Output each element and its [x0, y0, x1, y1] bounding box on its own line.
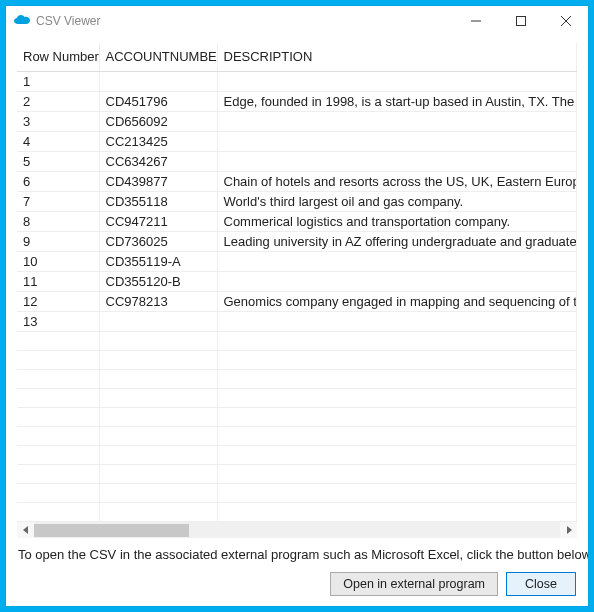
- cell-empty[interactable]: [17, 407, 99, 426]
- cell-rownum[interactable]: 10: [17, 251, 99, 271]
- cell-acct[interactable]: CC947211: [99, 211, 217, 231]
- minimize-button[interactable]: [453, 6, 498, 36]
- cell-empty[interactable]: [217, 407, 577, 426]
- cell-rownum[interactable]: 1: [17, 71, 99, 91]
- scroll-right-arrow[interactable]: [560, 522, 577, 539]
- cell-empty[interactable]: [17, 331, 99, 350]
- cell-empty[interactable]: [99, 388, 217, 407]
- cell-empty[interactable]: [99, 445, 217, 464]
- cell-acct[interactable]: CD355119-A: [99, 251, 217, 271]
- cell-acct[interactable]: [99, 71, 217, 91]
- cell-rownum[interactable]: 11: [17, 271, 99, 291]
- table-row[interactable]: 6CD439877Chain of hotels and resorts acr…: [17, 171, 577, 191]
- cell-empty[interactable]: [17, 502, 99, 521]
- cell-rownum[interactable]: 4: [17, 131, 99, 151]
- cell-empty[interactable]: [99, 464, 217, 483]
- table-row-empty[interactable]: [17, 483, 577, 502]
- cell-desc[interactable]: Commerical logistics and transportation …: [217, 211, 577, 231]
- cell-rownum[interactable]: 12: [17, 291, 99, 311]
- cell-desc[interactable]: [217, 111, 577, 131]
- cell-desc[interactable]: [217, 271, 577, 291]
- cell-rownum[interactable]: 13: [17, 311, 99, 331]
- cell-rownum[interactable]: 3: [17, 111, 99, 131]
- cell-empty[interactable]: [217, 464, 577, 483]
- cell-acct[interactable]: CD736025: [99, 231, 217, 251]
- cell-rownum[interactable]: 8: [17, 211, 99, 231]
- cell-empty[interactable]: [217, 331, 577, 350]
- open-external-button[interactable]: Open in external program: [330, 572, 498, 596]
- cell-rownum[interactable]: 7: [17, 191, 99, 211]
- cell-empty[interactable]: [17, 369, 99, 388]
- cell-empty[interactable]: [17, 426, 99, 445]
- header-rownum[interactable]: Row Number: [17, 43, 99, 71]
- table-row[interactable]: 7CD355118World's third largest oil and g…: [17, 191, 577, 211]
- table-row-empty[interactable]: [17, 464, 577, 483]
- cell-acct[interactable]: CD656092: [99, 111, 217, 131]
- cell-empty[interactable]: [217, 426, 577, 445]
- cell-desc[interactable]: [217, 71, 577, 91]
- cell-empty[interactable]: [217, 388, 577, 407]
- cell-acct[interactable]: CC213425: [99, 131, 217, 151]
- cell-desc[interactable]: Chain of hotels and resorts across the U…: [217, 171, 577, 191]
- table-row[interactable]: 9CD736025Leading university in AZ offeri…: [17, 231, 577, 251]
- cell-acct[interactable]: CD451796: [99, 91, 217, 111]
- cell-acct[interactable]: CC634267: [99, 151, 217, 171]
- cell-rownum[interactable]: 9: [17, 231, 99, 251]
- close-window-button[interactable]: [543, 6, 588, 36]
- table-row[interactable]: 10CD355119-A: [17, 251, 577, 271]
- cell-desc[interactable]: Leading university in AZ offering underg…: [217, 231, 577, 251]
- table-row-empty[interactable]: [17, 350, 577, 369]
- cell-empty[interactable]: [99, 350, 217, 369]
- cell-desc[interactable]: [217, 151, 577, 171]
- table-row-empty[interactable]: [17, 388, 577, 407]
- cell-acct[interactable]: CC978213: [99, 291, 217, 311]
- table-row-empty[interactable]: [17, 445, 577, 464]
- cell-rownum[interactable]: 2: [17, 91, 99, 111]
- cell-empty[interactable]: [99, 407, 217, 426]
- cell-empty[interactable]: [217, 350, 577, 369]
- close-button[interactable]: Close: [506, 572, 576, 596]
- cell-desc[interactable]: Genomics company engaged in mapping and …: [217, 291, 577, 311]
- cell-empty[interactable]: [99, 426, 217, 445]
- cell-acct[interactable]: CD439877: [99, 171, 217, 191]
- scrollbar-thumb[interactable]: [34, 524, 189, 537]
- cell-empty[interactable]: [217, 483, 577, 502]
- table-row[interactable]: 2CD451796Edge, founded in 1998, is a sta…: [17, 91, 577, 111]
- cell-empty[interactable]: [99, 331, 217, 350]
- table-row[interactable]: 8CC947211Commerical logistics and transp…: [17, 211, 577, 231]
- table-row[interactable]: 11CD355120-B: [17, 271, 577, 291]
- table-row[interactable]: 3CD656092: [17, 111, 577, 131]
- table-row[interactable]: 12CC978213Genomics company engaged in ma…: [17, 291, 577, 311]
- cell-desc[interactable]: [217, 251, 577, 271]
- cell-rownum[interactable]: 5: [17, 151, 99, 171]
- cell-desc[interactable]: Edge, founded in 1998, is a start-up bas…: [217, 91, 577, 111]
- cell-rownum[interactable]: 6: [17, 171, 99, 191]
- cell-desc[interactable]: World's third largest oil and gas compan…: [217, 191, 577, 211]
- scroll-left-arrow[interactable]: [17, 522, 34, 539]
- cell-empty[interactable]: [17, 483, 99, 502]
- maximize-button[interactable]: [498, 6, 543, 36]
- cell-empty[interactable]: [17, 350, 99, 369]
- cell-empty[interactable]: [217, 445, 577, 464]
- cell-acct[interactable]: [99, 311, 217, 331]
- cell-empty[interactable]: [99, 483, 217, 502]
- table-row[interactable]: 1: [17, 71, 577, 91]
- cell-empty[interactable]: [17, 445, 99, 464]
- header-accountnumber[interactable]: ACCOUNTNUMBER: [99, 43, 217, 71]
- cell-empty[interactable]: [99, 369, 217, 388]
- table-row-empty[interactable]: [17, 331, 577, 350]
- table-row-empty[interactable]: [17, 407, 577, 426]
- table-row[interactable]: 5CC634267: [17, 151, 577, 171]
- cell-empty[interactable]: [217, 502, 577, 521]
- scrollbar-track[interactable]: [34, 522, 560, 539]
- cell-empty[interactable]: [99, 502, 217, 521]
- cell-empty[interactable]: [17, 388, 99, 407]
- cell-acct[interactable]: CD355118: [99, 191, 217, 211]
- cell-empty[interactable]: [17, 464, 99, 483]
- table-row-empty[interactable]: [17, 426, 577, 445]
- header-description[interactable]: DESCRIPTION: [217, 43, 577, 71]
- horizontal-scrollbar[interactable]: [17, 521, 577, 538]
- table-row-empty[interactable]: [17, 369, 577, 388]
- table-row[interactable]: 4CC213425: [17, 131, 577, 151]
- table-row-empty[interactable]: [17, 502, 577, 521]
